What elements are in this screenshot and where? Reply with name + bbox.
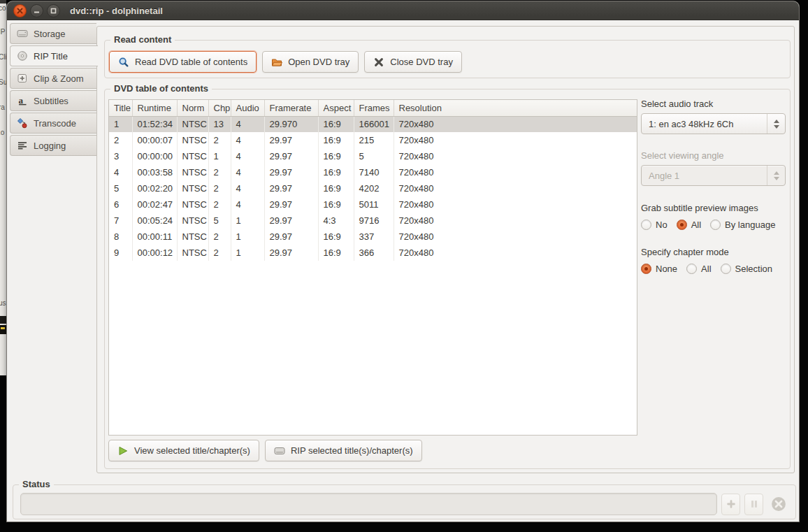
titlebar[interactable]: dvd::rip - dolphinetail bbox=[7, 1, 799, 20]
table-row[interactable]: 800:00:11NTSC2129.9716:9337720x480 bbox=[109, 229, 637, 245]
minimize-button[interactable] bbox=[30, 4, 43, 17]
background-window-sliver: co IP Cli Su ra .o us bbox=[0, 0, 6, 375]
table-cell: 4 bbox=[231, 116, 264, 132]
sidebar-item-transcode[interactable]: Transcode bbox=[10, 113, 96, 134]
table-cell: 2 bbox=[109, 132, 132, 148]
table-cell: 00:03:58 bbox=[132, 164, 177, 180]
status-field[interactable] bbox=[20, 493, 717, 515]
column-header[interactable]: Norm bbox=[177, 100, 208, 116]
table-cell: 720x480 bbox=[394, 164, 637, 180]
table-row[interactable]: 700:05:24NTSC5129.974:39716720x480 bbox=[109, 213, 637, 229]
table-row[interactable]: 200:00:07NTSC2429.9716:9215720x480 bbox=[109, 132, 637, 148]
subtitles-icon: a bbox=[17, 95, 28, 106]
radio-all[interactable]: All bbox=[677, 220, 701, 230]
app-window: dvd::rip - dolphinetail Storage RIP Titl… bbox=[7, 1, 799, 522]
radio-none[interactable]: None bbox=[641, 264, 677, 274]
column-header[interactable]: Audio bbox=[231, 100, 264, 116]
background-window-artifact bbox=[0, 325, 6, 334]
read-dvd-toc-button[interactable]: Read DVD table of contents bbox=[109, 51, 257, 73]
table-cell: 4:3 bbox=[318, 213, 354, 229]
table-row[interactable]: 101:52:34NTSC13429.97016:9166001720x480 bbox=[109, 116, 637, 132]
table-cell: 00:02:47 bbox=[132, 196, 177, 213]
table-cell: 13 bbox=[208, 116, 231, 132]
button-label: View selected title/chapter(s) bbox=[134, 445, 250, 456]
sidebar-item-label: Logging bbox=[34, 141, 66, 151]
close-dvd-tray-button[interactable]: Close DVD tray bbox=[364, 51, 462, 73]
table-cell: 2 bbox=[208, 180, 231, 196]
table-cell: 16:9 bbox=[318, 132, 354, 148]
table-cell: 2 bbox=[208, 132, 231, 148]
pause-icon bbox=[749, 499, 759, 509]
table-cell: 366 bbox=[354, 245, 394, 261]
radio-label: By language bbox=[725, 220, 775, 230]
table-row[interactable]: 300:00:00NTSC1429.9716:95720x480 bbox=[109, 148, 637, 164]
logging-icon bbox=[17, 140, 28, 151]
toc-action-buttons: View selected title/chapter(s) RIP selec… bbox=[108, 440, 422, 461]
table-row[interactable]: 600:02:47NTSC2429.9716:95011720x480 bbox=[109, 196, 637, 213]
table-cell: 720x480 bbox=[394, 213, 637, 229]
table-cell: 5011 bbox=[354, 196, 394, 213]
sidebar-item-rip-title[interactable]: RIP Title bbox=[10, 45, 98, 66]
column-header[interactable]: Title bbox=[109, 100, 132, 116]
pause-button[interactable] bbox=[744, 494, 763, 515]
table-cell: 5 bbox=[109, 180, 132, 196]
table-cell: 720x480 bbox=[394, 245, 637, 261]
maximize-button[interactable] bbox=[47, 4, 60, 17]
table-cell: 1 bbox=[109, 116, 132, 132]
subtitle-preview-label: Grab subtitle preview images bbox=[641, 203, 786, 213]
radio-selection[interactable]: Selection bbox=[721, 264, 772, 274]
table-row[interactable]: 900:00:12NTSC2129.9716:9366720x480 bbox=[109, 245, 637, 261]
radio-dot-icon bbox=[641, 220, 651, 230]
title-options-panel: Select audio track 1: en ac3 48kHz 6Ch S… bbox=[641, 99, 786, 274]
column-header[interactable]: Chp bbox=[208, 100, 231, 116]
sidebar-item-subtitles[interactable]: a Subtitles bbox=[10, 90, 96, 111]
radio-label: All bbox=[701, 264, 711, 274]
radio-by-language[interactable]: By language bbox=[710, 220, 775, 230]
view-selected-button[interactable]: View selected title/chapter(s) bbox=[108, 440, 259, 461]
maximize-icon bbox=[50, 7, 57, 15]
combo-spinner-icon bbox=[767, 166, 785, 185]
dvd-toc-table[interactable]: TitleRuntimeNormChpAudioFramerateAspectF… bbox=[108, 99, 637, 436]
table-row[interactable]: 400:03:58NTSC2429.9716:97140720x480 bbox=[109, 164, 637, 180]
open-dvd-tray-button[interactable]: Open DVD tray bbox=[262, 51, 359, 73]
add-button[interactable] bbox=[721, 494, 740, 515]
audio-track-label: Select audio track bbox=[641, 99, 786, 109]
column-header[interactable]: Aspect bbox=[318, 100, 354, 116]
column-header[interactable]: Frames bbox=[354, 100, 394, 116]
column-header[interactable]: Resolution bbox=[394, 100, 637, 116]
table-cell: 5 bbox=[354, 148, 394, 164]
combo-spinner-icon bbox=[767, 114, 785, 134]
table-cell: NTSC bbox=[177, 164, 208, 180]
table-cell: 2 bbox=[208, 229, 231, 245]
drive-icon bbox=[274, 445, 285, 456]
sidebar-item-storage[interactable]: Storage bbox=[10, 23, 96, 44]
table-cell: 1 bbox=[231, 229, 264, 245]
table-cell: 16:9 bbox=[318, 229, 354, 245]
button-label: RIP selected title(s)/chapter(s) bbox=[291, 445, 413, 456]
rip-selected-button[interactable]: RIP selected title(s)/chapter(s) bbox=[265, 440, 422, 461]
table-cell: NTSC bbox=[177, 196, 208, 213]
column-header[interactable]: Runtime bbox=[132, 100, 177, 116]
table-cell: 2 bbox=[208, 196, 231, 213]
cancel-button[interactable] bbox=[767, 494, 790, 515]
close-button[interactable] bbox=[13, 4, 27, 17]
table-cell: 4 bbox=[231, 132, 264, 148]
column-header[interactable]: Framerate bbox=[264, 100, 318, 116]
table-cell: 29.97 bbox=[264, 180, 318, 196]
table-row[interactable]: 500:02:20NTSC2429.9716:94202720x480 bbox=[109, 180, 637, 196]
sidebar-item-label: RIP Title bbox=[34, 51, 68, 62]
table-cell: 4 bbox=[109, 164, 132, 180]
radio-no[interactable]: No bbox=[641, 220, 668, 230]
play-icon bbox=[117, 445, 129, 456]
table-cell: 16:9 bbox=[318, 116, 354, 132]
audio-track-select[interactable]: 1: en ac3 48kHz 6Ch bbox=[641, 113, 786, 134]
table-cell: 720x480 bbox=[394, 180, 637, 196]
background-text-fragment: Su bbox=[0, 78, 6, 86]
sidebar-item-label: Storage bbox=[34, 29, 66, 39]
table-cell: 29.97 bbox=[264, 245, 318, 261]
chapter-mode-label: Specify chapter mode bbox=[641, 247, 786, 257]
radio-all[interactable]: All bbox=[686, 264, 711, 274]
sidebar-item-logging[interactable]: Logging bbox=[10, 135, 96, 156]
viewing-angle-select[interactable]: Angle 1 bbox=[641, 165, 786, 186]
sidebar-item-clip-zoom[interactable]: Clip & Zoom bbox=[10, 68, 96, 89]
